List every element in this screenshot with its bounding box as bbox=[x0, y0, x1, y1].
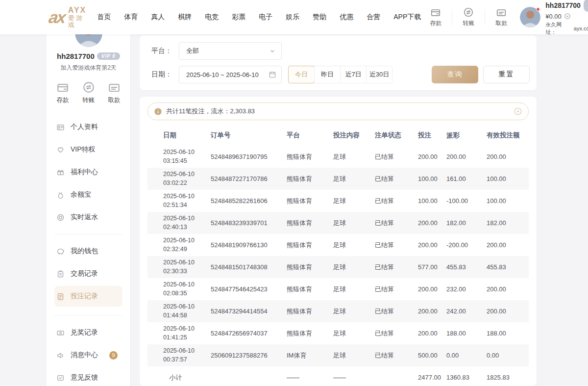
balance-dropdown-icon[interactable] bbox=[564, 13, 571, 20]
platform-select[interactable]: 全部 bbox=[179, 42, 282, 60]
cell-payout: 232.00 bbox=[440, 278, 480, 300]
cell-payout: 455.83 bbox=[440, 256, 480, 278]
sidebar-item-我的钱包[interactable]: 我的钱包 bbox=[54, 243, 122, 259]
sidebar-action-label: 取款 bbox=[108, 96, 121, 104]
nav-item-合营[interactable]: 合营 bbox=[364, 10, 383, 25]
subtotal-cell: 1360.83 bbox=[440, 366, 480, 386]
withdraw-icon bbox=[108, 81, 121, 94]
divider bbox=[452, 9, 452, 25]
cell-date: 2025-06-1001:44:58 bbox=[147, 300, 204, 322]
cell-bet: 200.00 bbox=[411, 300, 440, 322]
range-button-昨日[interactable]: 昨日 bbox=[314, 66, 340, 83]
search-button[interactable]: 查询 bbox=[432, 66, 478, 83]
subtotal-label: 小计 bbox=[147, 366, 204, 386]
cell-valid-bet: 100.00 bbox=[480, 168, 529, 190]
cell-order: 5248483239339701 bbox=[204, 212, 280, 234]
nav-item-真人[interactable]: 真人 bbox=[148, 10, 168, 25]
cell-bet: 200.00 bbox=[411, 146, 440, 168]
header-action-取款[interactable]: 取款 bbox=[490, 7, 513, 27]
cell-content: 足球 bbox=[326, 146, 368, 168]
nav-item-优惠[interactable]: 优惠 bbox=[337, 10, 356, 25]
cell-platform: 熊猫体育 bbox=[280, 278, 326, 300]
top-header: ax AYX 爱游戏 首页体育真人棋牌电竞彩票电子娱乐赞助优惠合营APP下载 存… bbox=[0, 0, 588, 34]
sidebar-item-label: 个人资料 bbox=[71, 123, 98, 131]
sidebar-item-福利中心[interactable]: 福利中心 bbox=[54, 164, 122, 180]
sidebar-item-label: 兑奖记录 bbox=[71, 328, 98, 337]
expand-plus-icon[interactable] bbox=[514, 107, 522, 116]
nav-item-APP下载[interactable]: APP下载 bbox=[391, 10, 424, 25]
range-button-今日[interactable]: 今日 bbox=[288, 66, 315, 83]
table-row[interactable]: 2025-06-1000:37:572506091237588276IM体育足球… bbox=[147, 344, 529, 366]
sidebar-item-VIP特权[interactable]: VIP特权 bbox=[54, 142, 122, 157]
sidebar-action-存款[interactable]: 存款 bbox=[56, 81, 69, 104]
nav-item-棋牌[interactable]: 棋牌 bbox=[175, 10, 195, 25]
sidebar-item-消息中心[interactable]: 消息中心9 bbox=[54, 347, 122, 363]
summary-text: 共计11笔投注，流水：2,303.83 bbox=[166, 107, 510, 116]
cell-bet: 100.00 bbox=[411, 168, 440, 190]
date-value: 2025-06-10 bbox=[163, 347, 204, 356]
menu-divider bbox=[54, 315, 122, 316]
logo-mark-icon: ax bbox=[48, 9, 66, 26]
sidebar: hh2817700 VIP 0 加入爱游戏体育第2天 存款转账取款 个人资料VI… bbox=[47, 34, 131, 386]
unread-badge: 9 bbox=[109, 351, 118, 360]
column-header-平台: 平台 bbox=[280, 125, 326, 146]
nav-item-电竞[interactable]: 电竞 bbox=[202, 10, 221, 25]
time-value: 03:02:22 bbox=[163, 179, 204, 188]
cell-status: 已结算 bbox=[368, 344, 411, 366]
sidebar-action-取款[interactable]: 取款 bbox=[108, 81, 121, 104]
table-row[interactable]: 2025-06-1002:51:345248485282261606熊猫体育足球… bbox=[147, 190, 529, 212]
sidebar-item-意见反馈[interactable]: 意见反馈 bbox=[54, 370, 122, 386]
nav-item-赞助[interactable]: 赞助 bbox=[310, 10, 329, 25]
header-action-存款[interactable]: 存款 bbox=[424, 7, 447, 27]
date-range-input[interactable]: 2025-06-10 ~ 2025-06-10 bbox=[179, 66, 282, 83]
cell-bet: 500.00 bbox=[411, 344, 440, 366]
nav-item-彩票[interactable]: 彩票 bbox=[229, 10, 248, 25]
username: hh2817700 bbox=[545, 1, 581, 9]
cell-payout: 182.00 bbox=[440, 212, 480, 234]
cell-content: 足球 bbox=[326, 344, 368, 366]
header-action-转账[interactable]: 转账 bbox=[457, 7, 480, 27]
user-avatar[interactable] bbox=[520, 7, 540, 27]
sidebar-item-余额宝[interactable]: 余额宝 bbox=[54, 187, 122, 203]
date-value: 2025-06-10 bbox=[163, 170, 204, 179]
date-value: 2025-06-10 bbox=[163, 192, 204, 201]
reset-button[interactable]: 重置 bbox=[483, 66, 530, 83]
nav-item-首页[interactable]: 首页 bbox=[94, 10, 114, 25]
table-row[interactable]: 2025-06-1003:15:455248489637190795熊猫体育足球… bbox=[147, 146, 529, 168]
wallet-icon bbox=[56, 247, 65, 256]
filter-card: 平台： 全部 日期： 2025-06-10 ~ 2025-06-10 今日昨日近… bbox=[140, 35, 537, 90]
time-value: 02:51:34 bbox=[163, 201, 204, 210]
date-range-value: 2025-06-10 ~ 2025-06-10 bbox=[186, 71, 269, 78]
table-row[interactable]: 2025-06-1002:32:495248481909766130熊猫体育足球… bbox=[147, 234, 529, 256]
subtotal-row: 小计————2477.001360.831825.83 bbox=[147, 366, 529, 386]
nav-item-电子[interactable]: 电子 bbox=[256, 10, 275, 25]
header-action-label: 转账 bbox=[463, 19, 474, 27]
cell-content: 足球 bbox=[326, 212, 368, 234]
cell-valid-bet: 0.00 bbox=[480, 344, 529, 366]
range-button-近30日[interactable]: 近30日 bbox=[366, 66, 392, 83]
nav-item-娱乐[interactable]: 娱乐 bbox=[283, 10, 302, 25]
sidebar-action-转账[interactable]: 转账 bbox=[82, 81, 95, 104]
table-row[interactable]: 2025-06-1002:40:135248483239339701熊猫体育足球… bbox=[147, 212, 529, 234]
header-action-label: 取款 bbox=[495, 19, 507, 27]
table-row[interactable]: 2025-06-1001:41:255248472656974037熊猫体育足球… bbox=[147, 322, 529, 344]
brand-logo[interactable]: ax AYX 爱游戏 bbox=[49, 6, 86, 28]
sidebar-item-兑奖记录[interactable]: 兑奖记录 bbox=[54, 325, 122, 340]
cell-valid-bet: 188.00 bbox=[480, 322, 529, 344]
sidebar-item-交易记录[interactable]: 交易记录 bbox=[54, 266, 122, 282]
transfer-icon bbox=[82, 81, 95, 94]
table-row[interactable]: 2025-06-1001:44:585248473294414554熊猫体育足球… bbox=[147, 300, 529, 322]
user-info: hh2817700 VIP 0 ¥0.00 永久网址：ayx.com bbox=[545, 0, 588, 36]
column-header-注单状态: 注单状态 bbox=[368, 125, 411, 146]
sidebar-item-投注记录[interactable]: 投注记录 bbox=[54, 286, 122, 307]
range-button-近7日[interactable]: 近7日 bbox=[340, 66, 366, 83]
table-row[interactable]: 2025-06-1002:30:335248481501748308熊猫体育足球… bbox=[147, 256, 529, 278]
header-right: 存款转账取款 hh2817700 VIP 0 ¥0.00 bbox=[424, 0, 588, 36]
cell-status: 已结算 bbox=[368, 168, 411, 190]
table-row[interactable]: 2025-06-1002:08:355248477546425423熊猫体育足球… bbox=[147, 278, 529, 300]
rebate-icon bbox=[56, 213, 65, 222]
sidebar-item-个人资料[interactable]: 个人资料 bbox=[54, 119, 122, 135]
sidebar-item-实时返水[interactable]: 实时返水 bbox=[54, 209, 122, 225]
nav-item-体育[interactable]: 体育 bbox=[121, 10, 141, 25]
table-row[interactable]: 2025-06-1003:02:225248487227170786熊猫体育足球… bbox=[147, 168, 529, 190]
